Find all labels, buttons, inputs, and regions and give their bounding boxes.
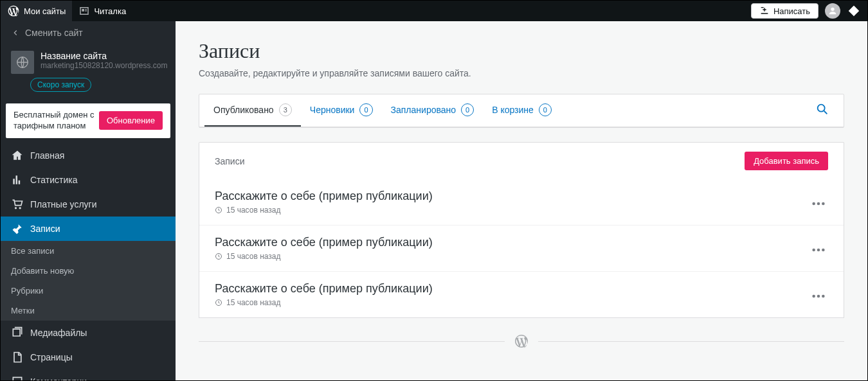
sidebar-menu: Главная Статистика Платные услуги Записи (1, 143, 176, 241)
search-button[interactable] (806, 94, 838, 127)
svg-point-14 (822, 294, 825, 297)
globe-icon (15, 55, 30, 69)
tab-count: 0 (539, 103, 552, 116)
sidebar-item-label: Страницы (30, 352, 73, 362)
site-name: Название сайта (41, 51, 167, 61)
write-button[interactable]: Написать (751, 3, 818, 19)
post-time: 15 часов назад (226, 206, 280, 215)
wordpress-logo-icon (7, 4, 20, 17)
post-meta: 15 часов назад (215, 298, 433, 307)
sidebar-item-pages[interactable]: Страницы (1, 345, 176, 369)
svg-point-2 (818, 105, 825, 112)
tab-scheduled[interactable]: Запланировано 0 (382, 94, 484, 127)
change-site-link[interactable]: Сменить сайт (1, 21, 176, 44)
ellipsis-icon (811, 294, 826, 298)
site-url: marketing150828120.wordpress.com (41, 61, 167, 70)
launch-badge[interactable]: Скоро запуск (30, 78, 176, 92)
sidebar-item-label: Статистика (30, 175, 78, 185)
clock-icon (215, 206, 222, 214)
sidebar: Сменить сайт Название сайта marketing150… (1, 21, 176, 380)
wordpress-logo-icon (514, 333, 529, 349)
submenu-all-posts[interactable]: Все записи (1, 241, 176, 261)
cart-icon (11, 198, 24, 211)
change-site-label: Сменить сайт (25, 28, 83, 38)
home-icon (11, 149, 24, 162)
tab-label: В корзине (492, 105, 534, 115)
page-subtitle: Создавайте, редактируйте и управляйте за… (199, 68, 844, 78)
notifications-icon[interactable] (847, 4, 861, 18)
site-thumbnail (11, 51, 34, 74)
page-title: Записи (199, 39, 844, 63)
sidebar-item-home[interactable]: Главная (1, 143, 176, 168)
sidebar-item-paid[interactable]: Платные услуги (1, 192, 176, 217)
svg-point-8 (812, 248, 815, 251)
post-item[interactable]: Расскажите о себе (пример публикации) 15… (199, 226, 844, 272)
user-icon (827, 6, 838, 16)
sidebar-item-stats[interactable]: Статистика (1, 168, 176, 192)
svg-point-9 (817, 248, 820, 251)
post-meta: 15 часов назад (215, 252, 433, 261)
domain-upsell-box: Бесплатный домен с тарифным планом Обнов… (6, 103, 170, 138)
post-more-button[interactable] (809, 287, 828, 303)
topbar: Мои сайты Читалка Написать (1, 1, 867, 21)
avatar[interactable] (825, 3, 840, 19)
site-info[interactable]: Название сайта marketing150828120.wordpr… (1, 44, 176, 78)
post-more-button[interactable] (809, 194, 828, 211)
list-title: Записи (215, 156, 244, 166)
post-list: Расскажите о себе (пример публикации) 15… (199, 179, 844, 318)
tab-drafts[interactable]: Черновики 0 (301, 94, 382, 127)
svg-point-10 (822, 248, 825, 251)
tab-count: 0 (461, 103, 474, 116)
main-content: Записи Создавайте, редактируйте и управл… (176, 21, 867, 380)
tab-count: 3 (279, 103, 292, 116)
tabs-card: Опубликовано 3 Черновики 0 Запланировано… (199, 94, 844, 128)
sidebar-item-posts[interactable]: Записи (1, 217, 176, 241)
pages-icon (11, 351, 24, 364)
search-icon (815, 102, 829, 116)
topbar-reader[interactable]: Читалка (72, 1, 132, 21)
svg-point-0 (831, 8, 834, 11)
tab-trash[interactable]: В корзине 0 (483, 94, 561, 127)
write-button-label: Написать (773, 6, 810, 16)
topbar-my-sites[interactable]: Мои сайты (1, 1, 72, 21)
add-post-button[interactable]: Добавить запись (745, 152, 828, 170)
post-title: Расскажите о себе (пример публикации) (215, 282, 433, 296)
media-icon (11, 326, 24, 339)
sidebar-submenu-posts: Все записи Добавить новую Рубрики Метки (1, 241, 176, 321)
list-header: Записи Добавить запись (199, 142, 844, 179)
topbar-my-sites-label: Мои сайты (24, 6, 66, 16)
svg-point-5 (817, 202, 820, 205)
pin-icon (11, 222, 24, 235)
svg-point-4 (812, 202, 815, 205)
sidebar-item-media[interactable]: Медиафайлы (1, 321, 176, 345)
post-item[interactable]: Расскажите о себе (пример публикации) 15… (199, 179, 844, 226)
tab-published[interactable]: Опубликовано 3 (204, 94, 301, 127)
svg-point-6 (822, 202, 825, 205)
ellipsis-icon (811, 248, 826, 252)
domain-text: Бесплатный домен с тарифным планом (14, 110, 97, 132)
sidebar-item-comments[interactable]: Комментарии (1, 369, 176, 380)
comments-icon (11, 375, 24, 380)
svg-point-12 (812, 294, 815, 297)
submenu-add-new[interactable]: Добавить новую (1, 261, 176, 281)
stats-icon (11, 173, 24, 186)
svg-point-13 (817, 294, 820, 297)
ellipsis-icon (811, 202, 826, 206)
tab-count: 0 (359, 103, 372, 116)
update-button[interactable]: Обновление (99, 111, 163, 130)
sidebar-item-label: Записи (30, 224, 60, 234)
post-title: Расскажите о себе (пример публикации) (215, 236, 433, 249)
sidebar-menu-2: Медиафайлы Страницы Комментарии (1, 321, 176, 380)
reader-icon (78, 5, 90, 17)
topbar-left: Мои сайты Читалка (1, 1, 132, 21)
chevron-left-icon (11, 28, 20, 37)
post-item[interactable]: Расскажите о себе (пример публикации) 15… (199, 272, 844, 317)
tabs: Опубликовано 3 Черновики 0 Запланировано… (199, 94, 844, 127)
post-meta: 15 часов назад (215, 206, 433, 215)
submenu-tags[interactable]: Метки (1, 301, 176, 321)
write-icon (759, 6, 770, 16)
sidebar-item-label: Комментарии (30, 377, 87, 380)
topbar-right: Написать (751, 3, 867, 19)
post-more-button[interactable] (809, 240, 828, 257)
submenu-categories[interactable]: Рубрики (1, 281, 176, 301)
